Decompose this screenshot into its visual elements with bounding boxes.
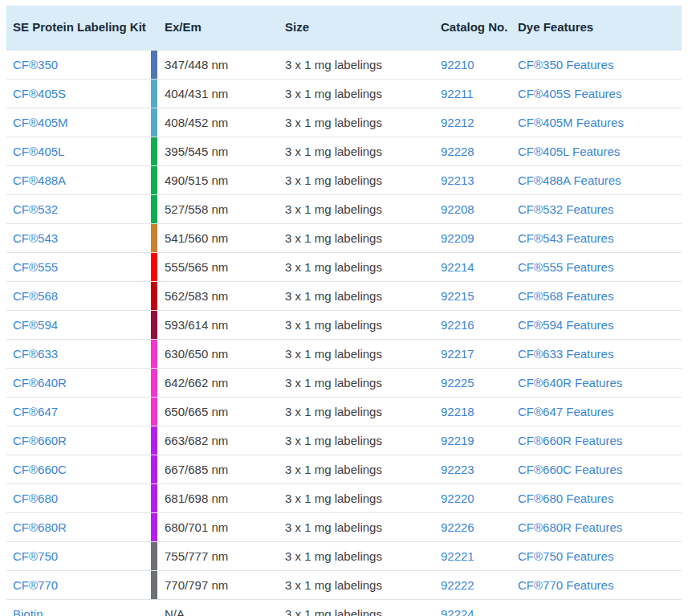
dye-color-swatch xyxy=(151,369,157,397)
table-body: CF®350 347/448 nm 3 x 1 mg labelings 922… xyxy=(6,50,682,616)
catalog-link[interactable]: 92221 xyxy=(441,549,474,563)
features-link[interactable]: CF®405M Features xyxy=(518,116,624,129)
kit-link[interactable]: CF®750 xyxy=(13,549,58,563)
table-row: CF®647 650/665 nm 3 x 1 mg labelings 922… xyxy=(6,398,682,426)
kit-link[interactable]: CF®660R xyxy=(13,434,67,447)
catalog-link[interactable]: 92211 xyxy=(441,87,474,100)
table-row: CF®532 527/558 nm 3 x 1 mg labelings 922… xyxy=(6,195,682,224)
features-link[interactable]: CF®660C Features xyxy=(518,463,622,476)
dye-color-swatch xyxy=(151,224,157,252)
kit-link[interactable]: CF®594 xyxy=(13,318,58,332)
kit-link[interactable]: CF®543 xyxy=(13,231,58,245)
ex-em-value: 408/452 nm xyxy=(157,108,285,137)
features-link[interactable]: CF®405S Features xyxy=(518,87,621,100)
table-row: CF®594 593/614 nm 3 x 1 mg labelings 922… xyxy=(6,311,682,340)
table-row: Biotin N/A 3 x 1 mg labelings 92224 xyxy=(6,600,682,616)
size-value: 3 x 1 mg labelings xyxy=(285,398,441,426)
column-header-kit: SE Protein Labeling Kit xyxy=(6,20,151,35)
features-link[interactable]: CF®594 Features xyxy=(518,318,613,332)
table-header-row: SE Protein Labeling Kit Ex/Em Size Catal… xyxy=(6,6,682,50)
features-link[interactable]: CF®770 Features xyxy=(518,578,613,592)
ex-em-value: 650/665 nm xyxy=(157,398,285,426)
features-link[interactable]: CF®532 Features xyxy=(518,202,613,216)
catalog-link[interactable]: 92216 xyxy=(441,318,474,332)
catalog-link[interactable]: 92225 xyxy=(441,376,474,390)
kit-link[interactable]: CF®633 xyxy=(13,347,58,361)
table-row: CF®488A 490/515 nm 3 x 1 mg labelings 92… xyxy=(6,166,682,195)
features-link[interactable]: CF®633 Features xyxy=(518,347,613,361)
catalog-link[interactable]: 92218 xyxy=(441,405,474,418)
ex-em-value: 755/777 nm xyxy=(157,542,285,570)
size-value: 3 x 1 mg labelings xyxy=(285,108,441,137)
size-value: 3 x 1 mg labelings xyxy=(285,311,441,339)
table-row: CF®680R 680/701 nm 3 x 1 mg labelings 92… xyxy=(6,513,682,542)
size-value: 3 x 1 mg labelings xyxy=(285,455,441,483)
catalog-link[interactable]: 92209 xyxy=(441,231,474,245)
features-link[interactable]: CF®488A Features xyxy=(518,173,621,187)
features-link[interactable]: CF®405L Features xyxy=(518,145,620,158)
catalog-link[interactable]: 92224 xyxy=(441,607,474,616)
catalog-link[interactable]: 92214 xyxy=(441,260,474,274)
catalog-link[interactable]: 92212 xyxy=(441,116,474,129)
dye-color-swatch xyxy=(151,398,157,426)
catalog-link[interactable]: 92228 xyxy=(441,145,474,158)
table-row: CF®633 630/650 nm 3 x 1 mg labelings 922… xyxy=(6,340,682,369)
size-value: 3 x 1 mg labelings xyxy=(285,340,441,368)
catalog-link[interactable]: 92226 xyxy=(441,520,474,534)
table-row: CF®640R 642/662 nm 3 x 1 mg labelings 92… xyxy=(6,369,682,398)
table-row: CF®660C 667/685 nm 3 x 1 mg labelings 92… xyxy=(6,455,682,484)
kit-link[interactable]: CF®770 xyxy=(13,578,58,592)
catalog-link[interactable]: 92215 xyxy=(441,289,474,303)
features-link[interactable]: CF®750 Features xyxy=(518,549,613,563)
dye-color-swatch xyxy=(151,513,157,541)
size-value: 3 x 1 mg labelings xyxy=(285,542,441,570)
features-link[interactable]: CF®647 Features xyxy=(518,405,613,418)
features-link[interactable]: CF®680 Features xyxy=(518,492,613,505)
features-link[interactable]: CF®680R Features xyxy=(518,520,622,534)
size-value: 3 x 1 mg labelings xyxy=(285,369,441,397)
kit-link[interactable]: CF®532 xyxy=(13,202,58,216)
table-row: CF®405M 408/452 nm 3 x 1 mg labelings 92… xyxy=(6,108,682,137)
size-value: 3 x 1 mg labelings xyxy=(285,600,441,616)
size-value: 3 x 1 mg labelings xyxy=(285,166,441,194)
catalog-link[interactable]: 92210 xyxy=(441,58,474,71)
features-link[interactable]: CF®660R Features xyxy=(518,434,622,447)
dye-color-swatch xyxy=(151,253,157,281)
catalog-link[interactable]: 92220 xyxy=(441,492,474,505)
size-value: 3 x 1 mg labelings xyxy=(285,137,441,165)
catalog-link[interactable]: 92219 xyxy=(441,434,474,447)
features-link[interactable]: CF®350 Features xyxy=(518,58,613,71)
kit-link[interactable]: CF®488A xyxy=(13,173,66,187)
kit-link[interactable]: CF®350 xyxy=(13,58,58,71)
kit-link[interactable]: CF®568 xyxy=(13,289,58,303)
catalog-link[interactable]: 92208 xyxy=(441,202,474,216)
features-link[interactable]: CF®555 Features xyxy=(518,260,613,274)
kit-link[interactable]: CF®405M xyxy=(13,116,68,129)
table-row: CF®555 555/565 nm 3 x 1 mg labelings 922… xyxy=(6,253,682,282)
features-link[interactable]: CF®568 Features xyxy=(518,289,613,303)
kit-link[interactable]: Biotin xyxy=(13,607,43,616)
table-row: CF®405L 395/545 nm 3 x 1 mg labelings 92… xyxy=(6,137,682,166)
kit-link[interactable]: CF®405S xyxy=(13,87,66,100)
size-value: 3 x 1 mg labelings xyxy=(285,426,441,455)
ex-em-value: 680/701 nm xyxy=(157,513,285,541)
dye-color-swatch xyxy=(151,426,157,455)
catalog-link[interactable]: 92223 xyxy=(441,463,474,476)
ex-em-value: 642/662 nm xyxy=(157,369,285,397)
table-row: CF®770 770/797 nm 3 x 1 mg labelings 922… xyxy=(6,571,682,600)
kit-link[interactable]: CF®660C xyxy=(13,463,67,476)
ex-em-value: 562/583 nm xyxy=(157,282,285,310)
table-row: CF®660R 663/682 nm 3 x 1 mg labelings 92… xyxy=(6,426,682,455)
kit-link[interactable]: CF®680R xyxy=(13,520,67,534)
kit-link[interactable]: CF®555 xyxy=(13,260,58,274)
catalog-link[interactable]: 92222 xyxy=(441,578,474,592)
features-link[interactable]: CF®640R Features xyxy=(518,376,622,390)
kit-link[interactable]: CF®647 xyxy=(13,405,58,418)
features-link[interactable]: CF®543 Features xyxy=(518,231,613,245)
kit-link[interactable]: CF®405L xyxy=(13,145,64,158)
catalog-link[interactable]: 92217 xyxy=(441,347,474,361)
catalog-link[interactable]: 92213 xyxy=(441,173,474,187)
kit-link[interactable]: CF®680 xyxy=(13,492,58,505)
kit-link[interactable]: CF®640R xyxy=(13,376,67,390)
dye-color-swatch xyxy=(151,80,157,108)
